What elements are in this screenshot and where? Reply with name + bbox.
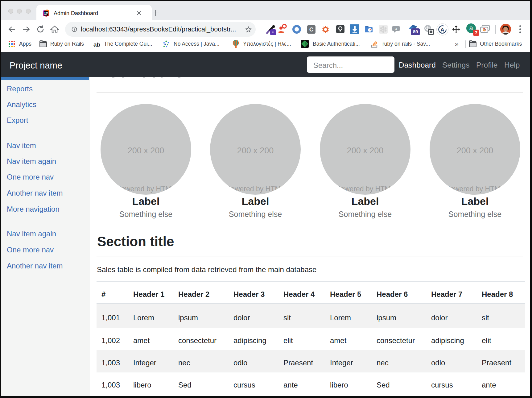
- svg-text:A: A: [440, 27, 444, 33]
- svg-text:a: a: [395, 27, 397, 31]
- svg-text:RM: RM: [44, 11, 48, 14]
